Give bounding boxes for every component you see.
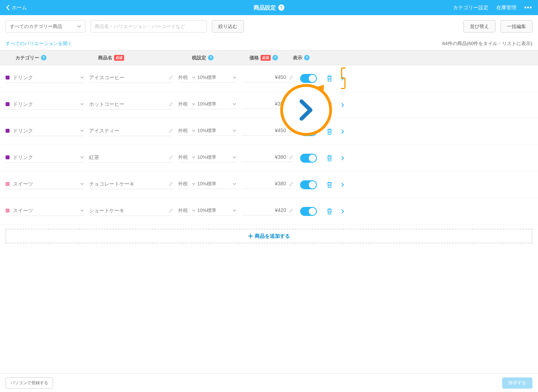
category-cell[interactable]: ドリンク [6, 101, 84, 109]
display-toggle[interactable] [300, 74, 317, 83]
name-cell[interactable]: ホットコーヒー [89, 101, 173, 109]
category-swatch [6, 102, 10, 106]
display-toggle[interactable] [300, 180, 317, 189]
sub-row: すべてのバリエーションを開く 64件の商品(60件をタイル・リストに表示) [0, 38, 538, 50]
price-cell[interactable]: ¥450 [242, 74, 293, 82]
tax-type-select[interactable]: 外税 [178, 207, 196, 216]
chevron-down-icon [80, 183, 84, 185]
help-icon[interactable]: ? [41, 55, 47, 60]
category-swatch [6, 76, 10, 80]
product-row: スイーツショートケーキ外税10%標準¥420 [0, 198, 538, 225]
name-cell[interactable]: 紅茶 [89, 154, 173, 163]
product-row: ドリンクホットコーヒー外税10%標準¥380 [0, 92, 538, 118]
chevron-right-icon [296, 97, 316, 123]
category-settings-link[interactable]: カテゴリー設定 [453, 4, 488, 11]
tax-type-select[interactable]: 外税 [178, 181, 196, 189]
page-title: 商品設定 [254, 4, 276, 11]
row-detail-button[interactable] [341, 156, 344, 161]
column-headers: カテゴリー ? 商品名 必須 税設定 ? 価格 必須 ? 表示 ? [0, 50, 538, 65]
more-menu-icon[interactable]: ••• [524, 4, 532, 11]
delete-button[interactable] [326, 181, 333, 188]
filter-button[interactable]: 絞り込む [212, 20, 244, 32]
chevron-down-icon [80, 209, 84, 212]
tax-rate-select[interactable]: 10%標準 [197, 101, 236, 109]
tax-type-select[interactable]: 外税 [178, 154, 196, 162]
chevron-down-icon [233, 183, 236, 185]
product-row: スイーツチョコレートケーキ外税10%標準¥380 [0, 172, 538, 198]
tax-type-select[interactable]: 外税 [178, 74, 196, 83]
price-cell[interactable]: ¥420 [242, 207, 293, 215]
chevron-right-icon [341, 209, 344, 214]
category-cell[interactable]: スイーツ [6, 181, 84, 189]
inventory-link[interactable]: 在庫管理 [496, 4, 516, 11]
category-cell[interactable]: ドリンク [6, 74, 84, 83]
category-swatch [6, 209, 10, 213]
row-detail-button[interactable] [341, 129, 344, 134]
help-icon[interactable]: ? [208, 55, 214, 60]
product-name: ホットコーヒー [89, 101, 169, 108]
bulk-edit-button[interactable]: 一括編集 [500, 20, 532, 32]
category-select-value: すべてのカテゴリー商品 [10, 23, 62, 30]
row-detail-button-highlighted[interactable] [341, 67, 345, 89]
chevron-down-icon [233, 76, 236, 79]
delete-button[interactable] [326, 75, 333, 82]
row-detail-button[interactable] [341, 182, 344, 187]
price-cell[interactable]: ¥380 [242, 181, 293, 189]
help-icon[interactable]: ? [304, 55, 310, 60]
tax-rate-select[interactable]: 10%標準 [197, 207, 236, 216]
delete-button[interactable] [326, 128, 333, 135]
tax-type-select[interactable]: 外税 [178, 127, 196, 136]
name-cell[interactable]: アイスティー [89, 127, 173, 136]
category-text: ドリンク [13, 127, 77, 134]
product-name: チョコレートケーキ [89, 181, 169, 187]
product-row: ドリンク紅茶外税10%標準¥380 [0, 145, 538, 172]
chevron-down-icon [233, 209, 236, 212]
name-cell[interactable]: ショートケーキ [89, 207, 173, 216]
display-toggle[interactable] [300, 207, 317, 216]
delete-button[interactable] [326, 208, 333, 215]
price-cell[interactable]: ¥450 [242, 128, 293, 136]
tax-type-select[interactable]: 外税 [178, 101, 196, 109]
category-select[interactable]: すべてのカテゴリー商品 [6, 20, 85, 32]
name-cell[interactable]: チョコレートケーキ [89, 181, 173, 189]
expand-all-link[interactable]: すべてのバリエーションを開く [6, 40, 72, 47]
chevron-right-icon [341, 76, 344, 81]
back-label: ホーム [12, 4, 27, 11]
category-cell[interactable]: ドリンク [6, 154, 84, 163]
add-product-button[interactable]: 商品を追加する [6, 229, 532, 243]
chevron-right-icon [341, 156, 344, 161]
sort-button[interactable]: 並び替え [463, 20, 495, 32]
search-input[interactable]: 商品名・バリエーション・バーコードなど [91, 20, 207, 32]
price-text: ¥450 [275, 74, 286, 80]
chevron-down-icon [80, 156, 84, 158]
trash-icon [326, 75, 333, 82]
chevron-down-icon [192, 209, 196, 212]
help-icon[interactable]: ? [272, 55, 278, 60]
category-cell[interactable]: スイーツ [6, 207, 84, 216]
chevron-right-icon [341, 102, 344, 108]
row-detail-button[interactable] [341, 209, 344, 214]
tax-rate-select[interactable]: 10%標準 [197, 154, 236, 162]
row-detail-button[interactable] [341, 102, 344, 108]
tax-rate-select[interactable]: 10%標準 [197, 127, 236, 136]
help-icon[interactable]: ? [278, 4, 284, 11]
tax-rate-select[interactable]: 10%標準 [197, 181, 236, 189]
tax-cell: 外税10%標準 [178, 181, 236, 189]
required-badge: 必須 [261, 55, 271, 61]
delete-button[interactable] [326, 155, 333, 162]
tax-rate-select[interactable]: 10%標準 [197, 74, 236, 83]
chevron-right-icon [341, 182, 344, 187]
product-row: ドリンクアイスコーヒー外税10%標準¥450 [0, 65, 538, 92]
chevron-down-icon [192, 129, 196, 132]
price-cell[interactable]: ¥380 [242, 154, 293, 162]
trash-icon [326, 155, 333, 162]
category-cell[interactable]: ドリンク [6, 127, 84, 136]
chevron-down-icon [192, 156, 196, 158]
display-toggle[interactable] [300, 154, 317, 163]
plus-icon [248, 234, 253, 239]
price-text: ¥380 [275, 181, 286, 187]
back-button[interactable]: ホーム [6, 4, 27, 11]
name-cell[interactable]: アイスコーヒー [89, 74, 173, 83]
item-count: 64件の商品(60件をタイル・リストに表示) [442, 40, 532, 47]
chevron-left-icon [6, 5, 10, 10]
